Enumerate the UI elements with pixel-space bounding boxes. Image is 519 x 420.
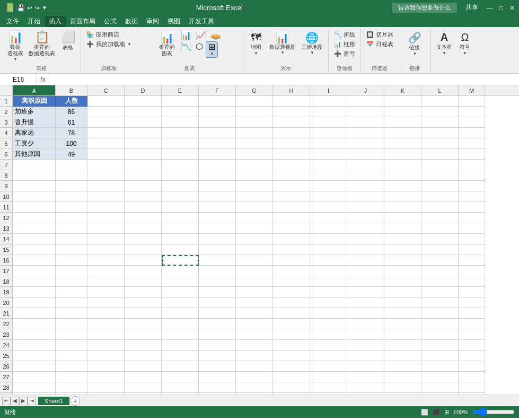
grid-cell[interactable] — [421, 107, 459, 117]
grid-cell[interactable] — [236, 372, 273, 382]
grid-cell[interactable] — [347, 255, 384, 266]
grid-cell[interactable] — [459, 181, 485, 191]
grid-cell[interactable] — [199, 287, 236, 298]
grid-cell[interactable] — [87, 361, 125, 372]
menu-file[interactable]: 文件 — [2, 16, 23, 27]
grid-cell[interactable] — [162, 329, 199, 340]
grid-cell[interactable] — [199, 276, 236, 287]
grid-cell[interactable] — [236, 319, 273, 329]
grid-cell[interactable] — [421, 149, 459, 160]
grid-cell[interactable]: 晋升慢 — [13, 117, 56, 128]
table-button[interactable]: ⬜ 表格 — [58, 30, 77, 52]
grid-cell[interactable] — [87, 319, 125, 329]
grid-cell[interactable] — [384, 191, 421, 202]
grid-cell[interactable] — [162, 160, 199, 170]
tab-scroll-right[interactable]: ▶ — [19, 397, 28, 405]
grid-cell[interactable] — [347, 308, 384, 319]
grid-cell[interactable] — [273, 117, 310, 128]
grid-cell[interactable] — [162, 234, 199, 244]
grid-cell[interactable] — [459, 160, 485, 170]
grid-cell[interactable] — [310, 138, 347, 149]
grid-cell[interactable] — [347, 276, 384, 287]
scatter-chart-button[interactable]: ⬡ — [194, 41, 205, 58]
grid-cell[interactable] — [273, 266, 310, 276]
grid-cell[interactable] — [125, 372, 162, 382]
grid-cell[interactable] — [421, 382, 459, 393]
col-header-d[interactable]: D — [125, 85, 162, 95]
grid-cell[interactable] — [162, 308, 199, 319]
grid-cell[interactable] — [162, 128, 199, 138]
grid-cell[interactable] — [125, 202, 162, 213]
grid-cell[interactable] — [273, 244, 310, 255]
grid-cell[interactable] — [310, 308, 347, 319]
grid-cell[interactable] — [384, 382, 421, 393]
grid-cell[interactable] — [421, 160, 459, 170]
grid-cell[interactable] — [384, 393, 421, 395]
grid-cell[interactable] — [236, 329, 273, 340]
grid-cell[interactable] — [347, 329, 384, 340]
grid-cell[interactable] — [273, 361, 310, 372]
grid-cell[interactable] — [162, 181, 199, 191]
grid-cell[interactable] — [199, 128, 236, 138]
grid-cell[interactable] — [56, 266, 87, 276]
grid-cell[interactable] — [199, 138, 236, 149]
grid-cell[interactable] — [273, 372, 310, 382]
grid-cell[interactable] — [347, 266, 384, 276]
grid-cell[interactable] — [125, 329, 162, 340]
grid-cell[interactable] — [87, 382, 125, 393]
grid-cell[interactable] — [421, 244, 459, 255]
sparkline-line-button[interactable]: 📉 折线 — [332, 30, 357, 39]
grid-cell[interactable] — [236, 202, 273, 213]
grid-cell[interactable] — [384, 96, 421, 107]
col-header-l[interactable]: L — [421, 85, 459, 95]
row-header-28[interactable]: 28 — [0, 382, 13, 393]
grid-cell[interactable] — [310, 382, 347, 393]
col-header-b[interactable]: B — [56, 85, 87, 95]
menu-insert[interactable]: 插入 — [45, 16, 66, 27]
grid-cell[interactable] — [162, 319, 199, 329]
grid-cell[interactable] — [273, 213, 310, 223]
grid-cell[interactable] — [236, 351, 273, 361]
grid-cell[interactable] — [199, 160, 236, 170]
grid-cell[interactable] — [87, 329, 125, 340]
grid-cell[interactable] — [199, 361, 236, 372]
grid-cell[interactable] — [347, 340, 384, 351]
grid-cell[interactable] — [347, 298, 384, 308]
grid-cell[interactable] — [13, 255, 56, 266]
grid-cell[interactable] — [56, 276, 87, 287]
grid-cell[interactable] — [199, 372, 236, 382]
grid-cell[interactable] — [273, 276, 310, 287]
grid-cell[interactable] — [87, 244, 125, 255]
grid-cell[interactable] — [162, 298, 199, 308]
grid-cell[interactable] — [162, 266, 199, 276]
grid-cell[interactable] — [273, 382, 310, 393]
grid-cell[interactable] — [347, 107, 384, 117]
grid-cell[interactable] — [421, 191, 459, 202]
grid-cell[interactable] — [421, 393, 459, 395]
col-header-e[interactable]: E — [162, 85, 199, 95]
grid-cell[interactable] — [459, 372, 485, 382]
grid-cell[interactable]: 加班多 — [13, 107, 56, 117]
grid-cell[interactable] — [236, 117, 273, 128]
grid-cell[interactable] — [125, 298, 162, 308]
grid-cell[interactable] — [236, 191, 273, 202]
quick-access-undo[interactable]: ↩ — [27, 4, 32, 12]
grid-cell[interactable] — [347, 117, 384, 128]
grid-cell[interactable] — [273, 160, 310, 170]
grid-cell[interactable] — [421, 181, 459, 191]
grid-cell[interactable] — [384, 223, 421, 234]
grid-cell[interactable] — [13, 329, 56, 340]
grid-cell[interactable] — [162, 276, 199, 287]
grid-cell[interactable] — [125, 181, 162, 191]
grid-cell[interactable] — [459, 361, 485, 372]
grid-cell[interactable] — [310, 266, 347, 276]
grid-cell[interactable] — [87, 117, 125, 128]
grid-cell[interactable] — [421, 351, 459, 361]
grid-cell[interactable] — [87, 96, 125, 107]
grid-cell[interactable] — [13, 234, 56, 244]
grid-cell[interactable] — [56, 213, 87, 223]
grid-cell[interactable] — [273, 138, 310, 149]
menu-layout[interactable]: 页面布局 — [66, 16, 100, 27]
grid-cell[interactable] — [162, 372, 199, 382]
grid-cell[interactable] — [125, 191, 162, 202]
